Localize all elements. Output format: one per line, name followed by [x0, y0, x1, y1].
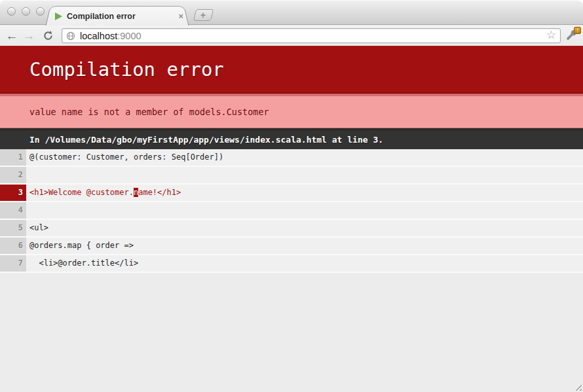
window-controls	[7, 7, 45, 16]
line-number: 5	[0, 220, 26, 236]
tab-compilation-error[interactable]: Compilation error ×	[45, 4, 190, 26]
line-number: 7	[0, 255, 26, 272]
line-code: <h1>Welcome @customer.name!</h1>	[26, 185, 583, 201]
url-text[interactable]: localhost:9000	[80, 31, 546, 41]
url-port: :9000	[117, 31, 141, 41]
reload-button[interactable]	[39, 26, 56, 46]
source-line-row: 2	[0, 167, 583, 185]
page-background	[0, 273, 583, 392]
play-favicon-icon	[55, 12, 62, 20]
source-line-row: 4	[0, 202, 583, 220]
line-number: 6	[0, 238, 26, 254]
tab-title: Compilation error	[67, 12, 173, 21]
tab-strip: Compilation error × +	[0, 0, 583, 25]
line-number: 4	[0, 202, 26, 219]
reload-icon	[43, 30, 54, 41]
globe-icon	[66, 31, 75, 41]
browser-window: Compilation error × + ← → lo	[0, 0, 583, 392]
line-code: @(customer: Customer, orders: Seq[Order]…	[26, 149, 583, 166]
forward-button[interactable]: →	[21, 26, 37, 46]
new-tab-button[interactable]: +	[193, 9, 214, 21]
back-button[interactable]: ←	[4, 26, 20, 46]
address-bar[interactable]: localhost:9000 ☆	[62, 28, 561, 43]
bookmark-star-icon[interactable]: ☆	[546, 29, 556, 41]
source-line-row: 3 <h1>Welcome @customer.name!</h1>	[0, 185, 583, 202]
wrench-menu-button[interactable]: ↑	[564, 28, 580, 44]
source-line-row: 1 @(customer: Customer, orders: Seq[Orde…	[0, 149, 583, 167]
source-line-row: 6 @orders.map { order =>	[0, 238, 583, 255]
close-window-button[interactable]	[7, 7, 16, 16]
error-location-bar: In /Volumes/Data/gbo/myFirstApp/app/view…	[0, 128, 583, 149]
minimize-window-button[interactable]	[22, 7, 30, 16]
url-host: localhost	[80, 31, 117, 41]
line-number: 2	[0, 167, 26, 183]
line-number: 3	[0, 185, 26, 201]
error-detail: value name is not a member of models.Cus…	[0, 94, 583, 128]
line-code	[26, 202, 583, 219]
source-line-row: 5 <ul>	[0, 220, 583, 238]
page-title: Compilation error	[0, 46, 583, 94]
navigation-bar: ← → localhost:9000 ☆	[0, 26, 583, 46]
zoom-window-button[interactable]	[36, 7, 45, 16]
line-code: <li>@order.title</li>	[26, 255, 583, 272]
update-badge-icon: ↑	[574, 27, 581, 34]
line-number: 1	[0, 149, 26, 166]
source-listing: 1 @(customer: Customer, orders: Seq[Orde…	[0, 149, 583, 273]
source-line-row: 7 <li>@order.title</li>	[0, 255, 583, 273]
plus-icon: +	[201, 10, 206, 20]
tab-close-icon[interactable]: ×	[178, 12, 183, 20]
line-code	[26, 167, 583, 183]
page-content: Compilation error value name is not a me…	[0, 46, 583, 392]
line-code: <ul>	[26, 220, 583, 236]
line-code: @orders.map { order =>	[26, 238, 583, 254]
